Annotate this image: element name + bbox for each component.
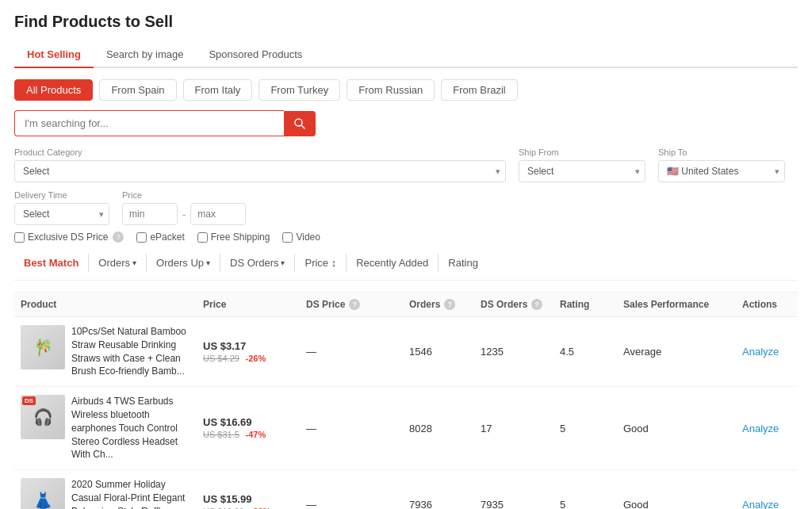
exclusive-ds-checkbox[interactable] <box>14 232 25 243</box>
free-shipping-label: Free Shipping <box>211 232 270 243</box>
epacket-label: ePacket <box>150 232 184 243</box>
sort-price[interactable]: Price ↕ <box>295 254 347 272</box>
svg-line-1 <box>301 125 304 128</box>
ds-badge: DS <box>22 396 36 405</box>
ds-price-cell-2: — <box>300 499 403 509</box>
analyze-link-1[interactable]: Analyze <box>742 423 779 434</box>
sort-recently-added[interactable]: Recently Added <box>347 254 439 272</box>
ds-orders-info-icon[interactable]: ? <box>531 299 542 310</box>
orders-info-icon[interactable]: ? <box>444 299 455 310</box>
ship-from-label: Ship From <box>519 147 645 157</box>
ship-to-select[interactable]: 🇺🇸 United States <box>658 160 785 182</box>
price-discount-1: -47% <box>246 430 266 439</box>
delivery-time-label: Delivery Time <box>14 190 109 200</box>
video-label: Video <box>296 232 320 243</box>
tab-hot-selling[interactable]: Hot Selling <box>14 42 94 68</box>
filters-row-1: Product Category Select Ship From Select… <box>14 147 798 182</box>
filters-row-2: Delivery Time Select Price - <box>14 190 798 225</box>
search-button[interactable] <box>284 111 316 136</box>
sort-best-match[interactable]: Best Match <box>14 254 89 272</box>
actions-cell-0: Analyze <box>736 346 799 358</box>
analyze-link-2[interactable]: Analyze <box>742 499 779 509</box>
sort-orders[interactable]: Orders ▾ <box>89 254 147 272</box>
sales-performance-cell-0: Average <box>617 346 736 358</box>
checkbox-video[interactable]: Video <box>282 232 320 243</box>
pill-all-products[interactable]: All Products <box>14 79 93 101</box>
price-discount-0: -26% <box>246 354 266 363</box>
product-image-2: 👗 <box>21 478 65 509</box>
checkbox-epacket[interactable]: ePacket <box>136 232 184 243</box>
delivery-time-select-wrap: Select <box>14 203 109 225</box>
product-cell-2: 👗 2020 Summer Holiday Casual Floral-Prin… <box>14 478 197 509</box>
price-cell-1: US $16.69 US $31.5 -47% <box>197 416 300 440</box>
sales-performance-cell-2: Good <box>617 499 736 509</box>
sort-orders-chevron: ▾ <box>132 258 136 267</box>
free-shipping-checkbox[interactable] <box>197 232 208 243</box>
checkboxes-row: Exclusive DS Price ? ePacket Free Shippi… <box>14 232 798 243</box>
ds-orders-cell-1: 17 <box>474 423 553 434</box>
price-max-input[interactable] <box>190 203 246 225</box>
ds-price-cell-1: — <box>300 423 403 434</box>
sort-orders-up-label: Orders Up <box>156 257 204 269</box>
price-main-0: US $3.17 <box>203 340 293 352</box>
price-main-2: US $15.99 <box>203 493 293 505</box>
search-row <box>14 110 798 136</box>
rating-cell-1: 5 <box>553 423 617 434</box>
price-main-1: US $16.69 <box>203 416 293 428</box>
table-row: 🎧 DS Airbuds 4 TWS Earbuds Wireless blue… <box>14 387 798 470</box>
ds-price-cell-0: — <box>300 346 403 358</box>
product-cell-1: 🎧 DS Airbuds 4 TWS Earbuds Wireless blue… <box>14 395 197 461</box>
pill-from-brazil[interactable]: From Brazil <box>441 79 517 101</box>
orders-cell-2: 7936 <box>403 499 474 509</box>
pill-from-turkey[interactable]: From Turkey <box>259 79 340 101</box>
exclusive-ds-info-icon[interactable]: ? <box>113 232 124 243</box>
ship-to-select-wrap: 🇺🇸 United States <box>658 160 785 182</box>
header-ds-price: DS Price ? <box>300 299 403 310</box>
price-range: - <box>122 203 246 225</box>
sales-performance-cell-1: Good <box>617 423 736 434</box>
delivery-time-select[interactable]: Select <box>14 203 109 225</box>
price-original-0: US $4.29 <box>203 354 239 363</box>
price-group: Price - <box>122 190 246 225</box>
price-cell-2: US $15.99 US $19.99 -20% <box>197 493 300 509</box>
product-category-label: Product Category <box>14 147 506 157</box>
rating-cell-0: 4.5 <box>553 346 617 358</box>
sort-rating[interactable]: Rating <box>439 254 488 272</box>
video-checkbox[interactable] <box>282 232 293 243</box>
price-min-input[interactable] <box>122 203 178 225</box>
table-row: 🎋 10Pcs/Set Natural Bamboo Straw Reusabl… <box>14 317 798 387</box>
epacket-checkbox[interactable] <box>136 232 147 243</box>
checkbox-free-shipping[interactable]: Free Shipping <box>197 232 270 243</box>
search-input[interactable] <box>14 110 284 136</box>
ds-orders-cell-0: 1235 <box>474 346 553 358</box>
tab-sponsored-products[interactable]: Sponsored Products <box>196 42 315 68</box>
ship-to-label: Ship To <box>658 147 785 157</box>
price-original-row-0: US $4.29 -26% <box>203 352 293 364</box>
checkbox-exclusive-ds[interactable]: Exclusive DS Price ? <box>14 232 124 243</box>
product-cell-0: 🎋 10Pcs/Set Natural Bamboo Straw Reusabl… <box>14 325 197 378</box>
pill-from-spain[interactable]: From Spain <box>99 79 176 101</box>
product-category-select[interactable]: Select <box>14 160 506 182</box>
sort-ds-orders-label: DS Orders <box>230 257 278 269</box>
product-name-1: Airbuds 4 TWS Earbuds Wireless bluetooth… <box>71 395 190 461</box>
ds-price-info-icon[interactable]: ? <box>349 299 360 310</box>
table-body: 🎋 10Pcs/Set Natural Bamboo Straw Reusabl… <box>14 317 798 509</box>
header-actions: Actions <box>736 299 799 310</box>
header-rating: Rating <box>553 299 617 310</box>
actions-cell-2: Analyze <box>736 499 799 509</box>
product-img-placeholder-0: 🎋 <box>21 325 65 369</box>
header-price: Price <box>197 299 300 310</box>
pill-from-russian[interactable]: From Russian <box>347 79 435 101</box>
sort-ds-orders[interactable]: DS Orders ▾ <box>220 254 295 272</box>
tab-search-by-image[interactable]: Search by image <box>94 42 197 68</box>
price-original-row-1: US $31.5 -47% <box>203 428 293 440</box>
sort-orders-up-chevron: ▾ <box>206 258 210 267</box>
ship-from-select-wrap: Select <box>519 160 645 182</box>
tabs-bar: Hot Selling Search by image Sponsored Pr… <box>14 42 798 68</box>
sort-orders-up[interactable]: Orders Up ▾ <box>147 254 220 272</box>
pill-from-italy[interactable]: From Italy <box>183 79 253 101</box>
ship-to-group: Ship To 🇺🇸 United States <box>658 147 785 182</box>
product-image-0: 🎋 <box>21 325 65 369</box>
analyze-link-0[interactable]: Analyze <box>742 346 779 358</box>
ship-from-select[interactable]: Select <box>519 160 645 182</box>
